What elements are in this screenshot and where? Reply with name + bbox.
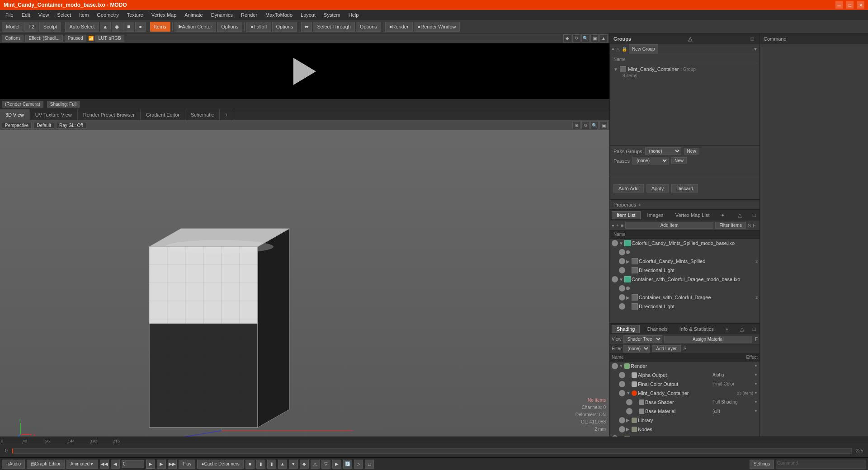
menu-maxtomodo[interactable]: MaxToModo	[262, 11, 296, 19]
audio-btn[interactable]: ♫ Audio	[2, 460, 25, 469]
groups-expand-icon[interactable]: ▼	[753, 47, 758, 52]
shader-row-base-mat[interactable]: Base Material (all) ▼	[624, 407, 760, 416]
settings-btn[interactable]: Settings	[750, 460, 774, 469]
pass-new-btn[interactable]: New	[684, 148, 699, 155]
shading-expand-btn[interactable]: △	[738, 326, 746, 332]
transport-icon-5[interactable]: ▼	[289, 460, 298, 469]
render-camera-label[interactable]: (Render Camera)	[2, 101, 43, 108]
model-btn[interactable]: Model	[2, 22, 24, 32]
menu-select[interactable]: Select	[53, 11, 75, 19]
tab-add-shading[interactable]: +	[721, 325, 733, 333]
ray-gl-btn[interactable]: Ray GL: Off	[56, 122, 86, 129]
toolbar-icon-2[interactable]: ◆	[112, 22, 123, 32]
tab-add-panel[interactable]: +	[716, 211, 729, 219]
item-row-6[interactable]	[617, 284, 760, 293]
pass-groups-dropdown[interactable]: (none)	[645, 147, 681, 155]
toolbar-icon-5[interactable]: ⬌	[301, 22, 312, 32]
shading-filter-dropdown[interactable]: (none)	[623, 345, 650, 352]
transport-icon-1[interactable]: ■	[245, 460, 255, 469]
shader-row-base-shader[interactable]: Base Shader Full Shading ▼	[624, 398, 760, 407]
lut-label[interactable]: LUT: sRGB	[95, 35, 124, 42]
transport-end[interactable]: ▶▶	[168, 460, 177, 469]
panel-expand-btn[interactable]: △	[736, 212, 744, 218]
preview-icon-1[interactable]: ◆	[563, 34, 571, 42]
item-row-8[interactable]: Directional Light	[617, 302, 760, 311]
menu-texture[interactable]: Texture	[123, 11, 147, 19]
transport-icon-11[interactable]: ▷	[354, 460, 363, 469]
menu-geometry[interactable]: Geometry	[93, 11, 122, 19]
shader-row-color[interactable]: Final Color Output Final Color ▼	[617, 380, 760, 389]
transport-icon-10[interactable]: 🔃	[343, 460, 352, 469]
menu-render[interactable]: Render	[237, 11, 261, 19]
preview-icon-3[interactable]: 🔍	[581, 34, 590, 42]
tab-channels[interactable]: Channels	[642, 325, 672, 333]
tab-vertex-map[interactable]: Vertex Map List	[670, 211, 715, 219]
menu-vertex-map[interactable]: Vertex Map	[148, 11, 180, 19]
cache-deformers-btn[interactable]: ● Cache Deformers	[197, 460, 243, 469]
transport-icon-4[interactable]: ▲	[278, 460, 287, 469]
tab-add[interactable]: +	[220, 109, 234, 120]
options-label[interactable]: Options	[2, 35, 24, 42]
select-through-btn[interactable]: Select Through	[313, 22, 354, 32]
auto-add-btn[interactable]: Auto Add	[613, 184, 644, 193]
tab-gradient-editor[interactable]: Gradient Editor	[141, 109, 185, 120]
tab-uv-texture[interactable]: UV Texture View	[30, 109, 78, 120]
toolbar-icon-1[interactable]: ▲	[100, 22, 111, 32]
default-btn[interactable]: Default	[33, 122, 54, 129]
transport-icon-12[interactable]: ◻	[365, 460, 374, 469]
items-btn[interactable]: Items	[150, 22, 170, 32]
toolbar-icon-4[interactable]: ●	[135, 22, 146, 32]
options3-btn[interactable]: Options	[356, 22, 381, 32]
options2-btn[interactable]: Options	[272, 22, 297, 32]
menu-file[interactable]: File	[2, 11, 17, 19]
toolbar-icon-3[interactable]: ■	[123, 22, 134, 32]
vp-icon-refresh[interactable]: ↻	[581, 121, 590, 129]
viewport-3d[interactable]: Perspective Default Ray GL: Off ⚙ ↻ 🔍 ▣	[0, 120, 609, 437]
vp-icon-settings[interactable]: ⚙	[572, 121, 580, 129]
effect-label[interactable]: Effect: (Shadi...	[25, 35, 62, 42]
add-item-btn[interactable]: Add Item	[625, 222, 714, 229]
item-row-5[interactable]: ▼ Container_with_Colorful_Dragee_modo_ba…	[610, 275, 760, 284]
menu-item[interactable]: Item	[75, 11, 92, 19]
transport-icon-9[interactable]: ▶	[332, 460, 341, 469]
item-row-3[interactable]: ▶ Colorful_Candy_Mints_Spilled 2	[617, 257, 760, 266]
transport-play[interactable]: ▶	[146, 460, 155, 469]
action-center-btn[interactable]: ▶ Action Center	[175, 22, 217, 32]
frame-input[interactable]	[122, 460, 144, 468]
add-layer-btn[interactable]: Add Layer	[652, 345, 681, 352]
tab-images[interactable]: Images	[642, 211, 669, 219]
menu-animate[interactable]: Animate	[181, 11, 206, 19]
panel-maximize-btn[interactable]: □	[751, 212, 758, 218]
shading-maximize-btn[interactable]: □	[751, 326, 758, 332]
shader-row-render[interactable]: ▼ Render ▼	[610, 362, 760, 371]
shader-row-library[interactable]: ▶ Library	[617, 416, 760, 425]
paused-btn[interactable]: Paused	[65, 35, 86, 42]
transport-icon-7[interactable]: △	[311, 460, 320, 469]
tab-item-list[interactable]: Item List	[612, 211, 641, 219]
preview-icon-4[interactable]: ▣	[590, 34, 599, 42]
f2-btn[interactable]: F2	[24, 22, 38, 32]
shading-f-btn[interactable]: F	[755, 337, 758, 342]
menu-help[interactable]: Help	[345, 11, 363, 19]
vp-icon-search[interactable]: 🔍	[590, 121, 599, 129]
menu-system[interactable]: System	[320, 11, 344, 19]
vp-icon-expand[interactable]: ▣	[599, 121, 608, 129]
tab-schematic[interactable]: Schematic	[185, 109, 220, 120]
transport-start[interactable]: ◀◀	[100, 460, 109, 469]
falloff-btn[interactable]: ● Falloff	[246, 22, 271, 32]
transport-icon-2[interactable]: ▮	[256, 460, 265, 469]
assign-material-btn[interactable]: Assign Material	[664, 336, 752, 343]
auto-select-btn[interactable]: Auto Select	[65, 22, 99, 32]
transport-prev[interactable]: ◀	[111, 460, 120, 469]
item-row-2[interactable]	[617, 248, 760, 257]
shader-row-nodes[interactable]: ▶ Nodes	[617, 425, 760, 434]
sculpt-btn[interactable]: Sculpt	[39, 22, 61, 32]
tab-3d-view[interactable]: 3D View	[0, 109, 30, 120]
play-button[interactable]	[293, 58, 316, 85]
item-row-4[interactable]: Directional Light	[617, 266, 760, 275]
tab-render-preset[interactable]: Render Preset Browser	[78, 109, 141, 120]
menu-view[interactable]: View	[35, 11, 53, 19]
passes-dropdown[interactable]: (none)	[632, 157, 669, 164]
item-row[interactable]: ▼ Colorful_Candy_Mints_Spilled_modo_base…	[610, 239, 760, 248]
graph-editor-btn[interactable]: ▤ Graph Editor	[27, 460, 65, 469]
